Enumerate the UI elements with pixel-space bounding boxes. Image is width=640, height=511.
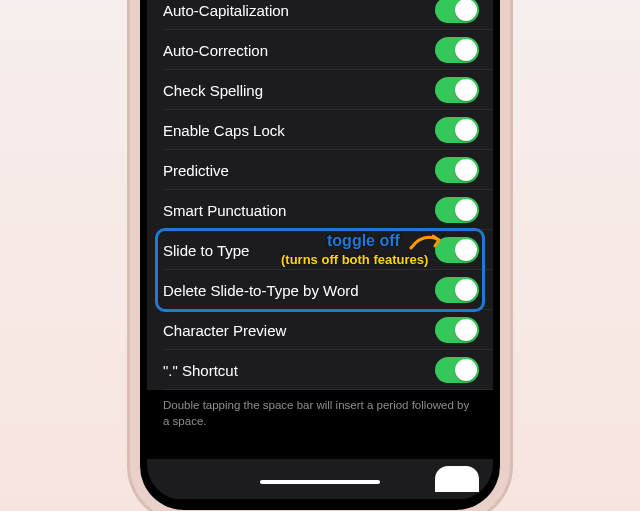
toggle-knob xyxy=(455,79,477,101)
toggle-knob xyxy=(455,199,477,221)
setting-label: Check Spelling xyxy=(163,82,263,99)
setting-label: Enable Caps Lock xyxy=(163,122,285,139)
toggle-knob xyxy=(455,319,477,341)
phone-frame: Auto-Capitalization Auto-Correction Chec… xyxy=(140,0,500,510)
setting-label: Auto-Capitalization xyxy=(163,2,289,19)
section-footer: Double tapping the space bar will insert… xyxy=(147,390,493,443)
setting-label: Predictive xyxy=(163,162,229,179)
annotation-arrow-icon xyxy=(409,232,445,254)
toggle-knob xyxy=(455,159,477,181)
setting-label: Smart Punctuation xyxy=(163,202,286,219)
setting-label: Slide to Type xyxy=(163,242,249,259)
setting-label: Auto-Correction xyxy=(163,42,268,59)
toggle-check-spelling[interactable] xyxy=(435,77,479,103)
setting-label: Character Preview xyxy=(163,322,286,339)
toggle-enable-caps-lock[interactable] xyxy=(435,117,479,143)
toggle-knob xyxy=(455,119,477,141)
toggle-auto-correction[interactable] xyxy=(435,37,479,63)
setting-row-predictive[interactable]: Predictive xyxy=(147,150,493,190)
phone-screen: Auto-Capitalization Auto-Correction Chec… xyxy=(147,0,493,500)
toggle-delete-slide-to-type-by-word[interactable] xyxy=(435,277,479,303)
toggle-auto-capitalization[interactable] xyxy=(435,0,479,23)
toggle-knob xyxy=(455,239,477,261)
setting-row-auto-capitalization[interactable]: Auto-Capitalization xyxy=(147,0,493,30)
stage: Auto-Capitalization Auto-Correction Chec… xyxy=(0,0,640,511)
setting-row-smart-punctuation[interactable]: Smart Punctuation xyxy=(147,190,493,230)
annotation-text-toggle-off: toggle off xyxy=(327,232,400,250)
toggle-period-shortcut[interactable] xyxy=(435,357,479,383)
setting-row-delete-slide-to-type-by-word[interactable]: Delete Slide-to-Type by Word xyxy=(147,270,493,310)
toggle-knob xyxy=(455,39,477,61)
toggle-knob xyxy=(455,0,477,21)
setting-label: "." Shortcut xyxy=(163,362,238,379)
toggle-knob xyxy=(455,279,477,301)
setting-label: Delete Slide-to-Type by Word xyxy=(163,282,359,299)
toggle-character-preview[interactable] xyxy=(435,317,479,343)
setting-row-period-shortcut[interactable]: "." Shortcut xyxy=(147,350,493,390)
toggle-peek[interactable] xyxy=(435,466,479,492)
home-indicator[interactable] xyxy=(260,480,380,484)
annotation-text-subtitle: (turns off both features) xyxy=(281,252,428,267)
toggle-smart-punctuation[interactable] xyxy=(435,197,479,223)
setting-row-enable-caps-lock[interactable]: Enable Caps Lock xyxy=(147,110,493,150)
toggle-knob xyxy=(455,359,477,381)
setting-row-character-preview[interactable]: Character Preview xyxy=(147,310,493,350)
setting-row-check-spelling[interactable]: Check Spelling xyxy=(147,70,493,110)
toggle-predictive[interactable] xyxy=(435,157,479,183)
setting-row-auto-correction[interactable]: Auto-Correction xyxy=(147,30,493,70)
